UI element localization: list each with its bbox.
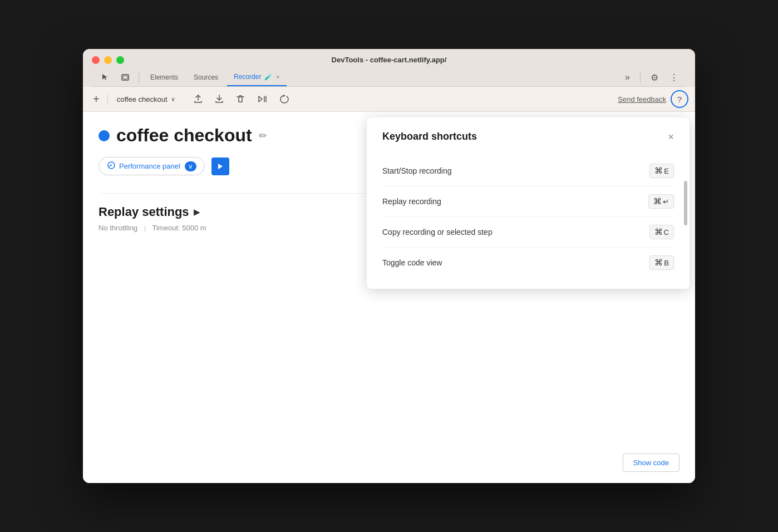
ks-kbd-toggle-code: ⌘ B bbox=[649, 255, 674, 270]
tab-separator-1 bbox=[139, 72, 139, 83]
replay-btn[interactable] bbox=[274, 92, 294, 106]
maximize-traffic-light[interactable] bbox=[116, 56, 124, 64]
delete-btn[interactable] bbox=[231, 92, 250, 106]
ks-item-copy: Copy recording or selected step ⌘ C bbox=[382, 217, 674, 248]
trash-icon bbox=[235, 94, 245, 104]
tabs-right: » ⚙ ⋮ bbox=[622, 69, 682, 86]
ks-label-toggle-code: Toggle code view bbox=[382, 258, 442, 267]
cursor-icon-btn[interactable] bbox=[96, 70, 114, 85]
perf-panel-label: Performance panel bbox=[119, 162, 180, 170]
ks-label-copy: Copy recording or selected step bbox=[382, 228, 493, 237]
ks-header: Keyboard shortcuts × bbox=[382, 131, 674, 142]
devtools-more-btn[interactable]: ⋮ bbox=[666, 69, 682, 86]
ks-kbd-replay: ⌘ ↵ bbox=[648, 194, 674, 209]
play-step-icon bbox=[257, 94, 268, 104]
svg-rect-1 bbox=[123, 76, 127, 79]
tab-separator-2 bbox=[640, 72, 641, 83]
edit-title-icon[interactable]: ✏ bbox=[259, 130, 267, 142]
ks-kbd-start-stop: ⌘ E bbox=[649, 164, 674, 178]
timeout-label: Timeout: 5000 m bbox=[152, 224, 206, 232]
show-code-btn[interactable]: Show code bbox=[623, 454, 679, 472]
ks-kbd-copy: ⌘ C bbox=[649, 225, 674, 239]
show-code-area: Show code bbox=[623, 454, 679, 472]
layers-icon bbox=[121, 73, 130, 82]
close-traffic-light[interactable] bbox=[92, 56, 100, 64]
help-btn[interactable]: ? bbox=[671, 90, 688, 108]
tabs-bar: Elements Sources Recorder 🧪 × » ⚙ ⋮ bbox=[92, 68, 686, 87]
layers-icon-btn[interactable] bbox=[116, 70, 134, 85]
tab-close-icon[interactable]: × bbox=[276, 73, 279, 80]
toolbar: + coffee checkout ∨ bbox=[83, 87, 695, 112]
minimize-traffic-light[interactable] bbox=[104, 56, 112, 64]
flask-icon: 🧪 bbox=[264, 73, 272, 80]
ks-shortcut-toggle-code: ⌘ B bbox=[649, 255, 674, 270]
tab-sources[interactable]: Sources bbox=[187, 69, 225, 86]
traffic-lights bbox=[92, 56, 124, 64]
perf-panel-btn[interactable]: Performance panel ∨ bbox=[99, 157, 205, 175]
window-title: DevTools - coffee-cart.netlify.app/ bbox=[332, 56, 447, 64]
replay-settings-expand-icon[interactable]: ▶ bbox=[194, 208, 200, 216]
add-recording-btn[interactable]: + bbox=[90, 92, 103, 107]
replay-icon bbox=[279, 94, 290, 104]
popup-scrollbar[interactable] bbox=[684, 181, 687, 225]
speedometer-icon bbox=[107, 161, 116, 171]
ks-list: Start/Stop recording ⌘ E Replay recordin… bbox=[382, 156, 674, 278]
ks-shortcut-copy: ⌘ C bbox=[649, 225, 674, 239]
ks-close-btn[interactable]: × bbox=[668, 132, 674, 142]
recording-chevron-icon: ∨ bbox=[171, 96, 175, 103]
recording-selector[interactable]: coffee checkout ∨ bbox=[112, 93, 180, 106]
import-btn[interactable] bbox=[210, 92, 229, 106]
toolbar-actions bbox=[189, 92, 294, 106]
settings-separator: | bbox=[144, 224, 146, 232]
keyboard-shortcuts-popup: Keyboard shortcuts × Start/Stop recordin… bbox=[367, 117, 690, 289]
ks-shortcut-replay: ⌘ ↵ bbox=[648, 194, 674, 209]
ks-item-replay: Replay recording ⌘ ↵ bbox=[382, 186, 674, 217]
replay-main-btn[interactable] bbox=[211, 157, 229, 175]
play-icon bbox=[216, 162, 224, 170]
ks-label-start-stop: Start/Stop recording bbox=[382, 166, 452, 175]
upload-icon bbox=[193, 94, 203, 104]
perf-panel-dropdown-icon: ∨ bbox=[185, 161, 196, 171]
ks-title: Keyboard shortcuts bbox=[382, 131, 477, 142]
recording-main-title: coffee checkout bbox=[116, 125, 252, 146]
download-icon bbox=[214, 94, 224, 104]
send-feedback-link[interactable]: Send feedback bbox=[618, 95, 666, 104]
recording-status-dot bbox=[99, 130, 110, 141]
export-btn[interactable] bbox=[189, 92, 208, 106]
ks-item-toggle-code: Toggle code view ⌘ B bbox=[382, 248, 674, 278]
browser-window: DevTools - coffee-cart.netlify.app/ Elem… bbox=[83, 49, 695, 483]
ks-shortcut-start-stop: ⌘ E bbox=[649, 164, 674, 178]
toolbar-sep-1 bbox=[107, 93, 108, 105]
replay-settings-title-text: Replay settings bbox=[99, 205, 189, 219]
tab-recorder[interactable]: Recorder 🧪 × bbox=[227, 68, 286, 86]
ks-label-replay: Replay recording bbox=[382, 197, 441, 206]
toolbar-right: Send feedback ? bbox=[618, 90, 688, 108]
more-tabs-btn[interactable]: » bbox=[622, 69, 633, 86]
ks-item-start-stop: Start/Stop recording ⌘ E bbox=[382, 156, 674, 186]
throttling-label: No throttling bbox=[99, 224, 137, 232]
play-step-btn[interactable] bbox=[252, 92, 272, 106]
settings-btn[interactable]: ⚙ bbox=[647, 69, 662, 86]
cursor-icon bbox=[101, 73, 110, 82]
recording-name: coffee checkout bbox=[117, 95, 168, 104]
title-bar: DevTools - coffee-cart.netlify.app/ Elem… bbox=[83, 49, 695, 87]
svg-point-5 bbox=[111, 165, 112, 166]
tab-elements[interactable]: Elements bbox=[144, 69, 185, 86]
main-content: coffee checkout ✏ Performance panel ∨ bbox=[83, 112, 695, 483]
